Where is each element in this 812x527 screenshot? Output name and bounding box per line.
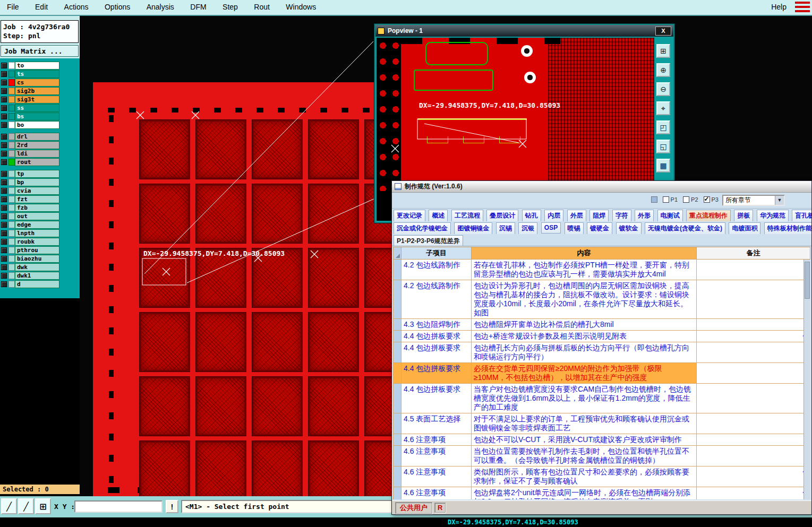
status-tool-button[interactable]: ╱ (18, 498, 34, 514)
chapter-tab[interactable]: 工艺流程 (451, 210, 483, 221)
popview-tool-button[interactable]: ⊕ (656, 63, 670, 77)
layer-visibility-checkbox[interactable] (1, 105, 7, 111)
spec-table-row[interactable]: 4.5 表面工艺选择 对于不满足以上要求的订单，工程预审优先和顾客确认使用沉金或… (393, 413, 810, 434)
process-tab[interactable]: 沉锡 (496, 222, 515, 234)
layer-name[interactable]: drl (15, 133, 59, 141)
process-tab[interactable]: OSP (541, 222, 561, 234)
menu-item[interactable]: Windows (279, 0, 323, 14)
alert-button[interactable]: ! (166, 500, 178, 513)
process-tab[interactable]: 无镍电镀金(含硬金、软金) (645, 222, 725, 234)
spec-table-row[interactable]: 4.6 注意事项 类似附图所示，顾客有包边位置尺寸和公差要求的，必须按顾客要求制… (393, 466, 810, 487)
process-tab[interactable]: 沉银 (518, 222, 537, 234)
layer-row[interactable]: pthrou (1, 246, 80, 254)
process-tab[interactable]: 喷锡 (565, 222, 584, 234)
layer-visibility-checkbox[interactable] (1, 88, 7, 94)
page-filter-checkbox[interactable]: P2 (683, 196, 698, 203)
layer-row[interactable]: dwk1 (1, 271, 80, 280)
layer-visibility-checkbox[interactable] (1, 273, 7, 279)
status-tool-button[interactable]: ⊞ (35, 498, 51, 514)
process-tab[interactable]: 沉金或化学镍钯金 (394, 222, 451, 234)
popview-tool-button[interactable]: ◰ (656, 120, 670, 134)
layer-name[interactable]: bs (15, 113, 59, 120)
chapter-tab[interactable]: 电测试 (657, 210, 683, 221)
layer-row[interactable]: d (1, 280, 80, 288)
chapter-tab[interactable]: 盲孔板负 (792, 210, 811, 221)
layer-row[interactable]: drl (1, 132, 80, 141)
layer-name[interactable]: d (15, 280, 59, 288)
popview-tool-button[interactable]: ⊞ (656, 44, 670, 58)
layer-visibility-checkbox[interactable] (1, 134, 7, 140)
chapter-tab[interactable]: 钻孔 (522, 210, 541, 221)
chapter-dropdown[interactable]: 所有章节 ▼ (722, 195, 785, 206)
chapter-tab[interactable]: 概述 (429, 210, 448, 221)
layer-row[interactable]: dwk (1, 263, 80, 271)
layer-name[interactable]: to (15, 62, 59, 70)
chapter-tab[interactable]: 字符 (612, 210, 631, 221)
status-tool-button[interactable]: ╱ (1, 498, 17, 514)
layer-name[interactable]: cvia (15, 187, 59, 195)
layer-visibility-checkbox[interactable] (1, 71, 7, 77)
popview-tool-button[interactable]: ⊖ (656, 82, 670, 96)
layer-visibility-checkbox[interactable] (1, 281, 7, 287)
chapter-tab[interactable]: 拼板 (734, 210, 753, 221)
dialog-scrollbar[interactable] (804, 260, 810, 499)
spec-table-row[interactable]: 4.6 注意事项 包边处不可以V-CUT，采用跳V-CUT或建议客户更改或评审制… (393, 434, 810, 446)
layer-row[interactable]: fzt (1, 195, 80, 203)
menu-item[interactable]: Analysis (140, 0, 181, 14)
layer-row[interactable]: bp (1, 178, 80, 186)
layer-row[interactable]: lnpth (1, 229, 80, 237)
chapter-tab[interactable]: 更改记录 (394, 210, 425, 221)
layer-visibility-checkbox[interactable] (1, 188, 7, 194)
spec-table-row[interactable]: 4.2 包边线路制作 若存在镀孔菲林，包边制作必须按PTH槽一样处理，要开窗，特… (393, 260, 810, 280)
layer-name[interactable]: fzt (15, 195, 59, 203)
popview-titlebar[interactable]: Popview - 1 X (375, 25, 673, 37)
chapter-tab[interactable]: 阻焊 (589, 210, 609, 221)
chapter-tab[interactable]: 华为规范 (757, 210, 789, 221)
diff-tab[interactable]: P1-P2-P3-P6规范差异 (394, 235, 463, 246)
layer-row[interactable]: ss (1, 103, 80, 112)
layer-visibility-checkbox[interactable] (1, 142, 7, 148)
layer-visibility-checkbox[interactable] (1, 247, 7, 253)
layer-row[interactable]: cvia (1, 186, 80, 195)
menu-item[interactable]: Step (216, 0, 245, 14)
layer-name[interactable]: roubk (15, 238, 59, 246)
menu-item[interactable]: Options (98, 0, 137, 14)
chapter-tab[interactable]: 叠层设计 (486, 210, 518, 221)
layer-row[interactable]: bo (1, 120, 80, 129)
process-tab[interactable]: 电镀面积 (729, 222, 760, 234)
xy-input[interactable] (74, 500, 163, 513)
layer-name[interactable]: dwk1 (15, 272, 59, 280)
layer-visibility-checkbox[interactable] (1, 264, 7, 270)
chapter-tab[interactable]: 外形 (635, 210, 654, 221)
chapter-tab[interactable]: 外层 (567, 210, 586, 221)
menu-item[interactable]: Actions (57, 0, 96, 14)
menu-item[interactable]: Rout (247, 0, 277, 14)
layer-name[interactable]: tp (15, 170, 59, 178)
layer-visibility-checkbox[interactable] (1, 196, 7, 202)
layer-row[interactable]: rout (1, 158, 80, 166)
popview-tool-button[interactable]: ▦ (656, 159, 670, 172)
layer-name[interactable]: lnpth (15, 229, 59, 237)
scrollbar-thumb[interactable] (805, 262, 810, 299)
layer-row[interactable]: ldi (1, 149, 80, 158)
layer-visibility-checkbox[interactable] (1, 80, 7, 85)
popview-tool-button[interactable]: ◱ (656, 140, 670, 153)
popview-tool-button[interactable]: ⌖ (656, 101, 670, 115)
process-tab[interactable]: 镀硬金 (587, 222, 612, 234)
layer-visibility-checkbox[interactable] (1, 256, 7, 262)
layer-row[interactable]: out (1, 212, 80, 220)
layer-row[interactable]: sig3t (1, 95, 80, 103)
layer-row[interactable]: bs (1, 112, 80, 120)
process-tab[interactable]: 镀软金 (616, 222, 642, 234)
layer-row[interactable]: roubk (1, 237, 80, 246)
layer-visibility-checkbox[interactable] (1, 151, 7, 157)
layer-visibility-checkbox[interactable] (1, 179, 7, 185)
layer-row[interactable]: sig2b (1, 87, 80, 95)
chevron-down-icon[interactable]: ▼ (775, 196, 784, 205)
layer-visibility-checkbox[interactable] (1, 63, 7, 68)
layer-row[interactable]: cs (1, 78, 80, 87)
chapter-tab[interactable]: 重点流程制作 (686, 210, 731, 221)
layer-visibility-checkbox[interactable] (1, 114, 7, 119)
process-tab[interactable]: 特殊板材制作能力 (764, 222, 811, 234)
layer-visibility-checkbox[interactable] (1, 171, 7, 177)
